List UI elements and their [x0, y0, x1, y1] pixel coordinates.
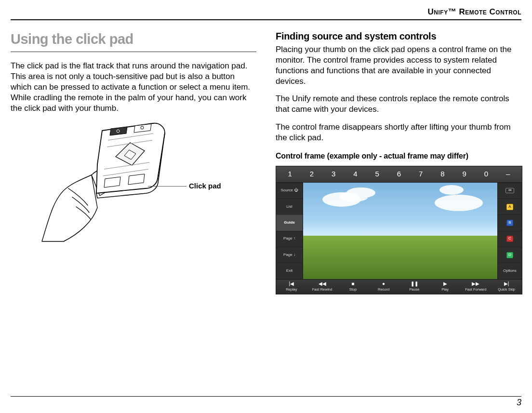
number-key: 9	[453, 168, 475, 180]
transport-icon: ●	[382, 281, 385, 286]
example-caption: Control frame (example only - actual fra…	[276, 151, 521, 161]
callout-label: Click pad	[189, 181, 221, 191]
right-menu-item: Options	[498, 263, 522, 279]
footer-rule	[11, 396, 521, 397]
transport-label: Quick Skip	[498, 287, 515, 292]
number-key: 3	[323, 168, 345, 180]
transport-icon: |◀	[289, 281, 294, 286]
transport-button: ◀◀Fast Rewind	[307, 280, 338, 294]
transport-icon: ▶|	[504, 281, 509, 286]
transport-label: Fast Rewind	[312, 287, 332, 292]
transport-row: |◀Replay◀◀Fast Rewind■Stop●Record❚❚Pause…	[276, 279, 522, 294]
left-column: Using the click pad The click pad is the…	[11, 30, 256, 294]
number-key: 6	[388, 168, 410, 180]
transport-button: ▶▶Fast Forward	[461, 280, 492, 294]
right-menu-item: B	[498, 214, 522, 230]
number-key: 0	[475, 168, 497, 180]
transport-label: Fast Forward	[465, 287, 486, 292]
transport-button: |◀Replay	[276, 280, 307, 294]
right-menu-item: A	[498, 199, 522, 214]
transport-label: Replay	[286, 287, 297, 292]
transport-button: ■Stop	[338, 280, 369, 294]
control-frame-middle: Source ⏻ListGuidePage ↑Page ↓Exit ⇔ABCDO…	[276, 183, 522, 279]
right-menu: ⇔ABCDOptions	[498, 183, 522, 279]
transport-icon: ▶	[443, 281, 447, 286]
color-key-icon: D	[506, 252, 513, 258]
hand-holding-remote-illustration	[40, 121, 179, 246]
number-key: 5	[366, 168, 388, 180]
left-menu-item: Page ↑	[276, 231, 303, 247]
click-pad-figure: Click pad	[11, 121, 256, 251]
right-column: Finding source and system controls Placi…	[276, 30, 521, 294]
right-menu-item: ⇔	[498, 183, 522, 199]
number-key: 2	[301, 168, 322, 180]
left-menu-item: Source ⏻	[276, 183, 303, 199]
transport-button: ❚❚Pause	[399, 280, 430, 294]
color-key-icon: B	[506, 220, 513, 226]
number-key: –	[497, 168, 519, 180]
transport-button: ●Record	[368, 280, 399, 294]
callout-line	[148, 186, 186, 187]
number-key: 8	[432, 168, 453, 180]
header-rule	[11, 19, 521, 20]
number-key: 7	[410, 168, 432, 180]
subheading: Finding source and system controls	[276, 30, 521, 43]
left-menu-item: List	[276, 199, 303, 214]
number-key: 1	[279, 168, 301, 180]
left-menu-item: Guide	[276, 214, 303, 230]
section-title: Using the click pad	[11, 30, 256, 49]
transport-button: ▶|Quick Skip	[491, 280, 522, 294]
right-menu-item: C	[498, 231, 522, 247]
transport-icon: ▶▶	[472, 281, 479, 286]
page-header: Unify™ Remote Control	[11, 7, 521, 18]
click-pad-description: The click pad is the flat track that run…	[11, 61, 256, 114]
right-menu-item: D	[498, 247, 522, 263]
control-frame-example: 1234567890– Source ⏻ListGuidePage ↑Page …	[276, 166, 522, 294]
transport-button: ▶Play	[430, 280, 461, 294]
left-menu-item: Exit	[276, 263, 303, 279]
transport-label: Stop	[349, 287, 357, 292]
transport-icon: ❚❚	[411, 281, 418, 286]
color-key-icon: C	[506, 236, 513, 242]
section-rule	[11, 52, 256, 52]
transport-icon: ◀◀	[319, 281, 326, 286]
aspect-ratio-icon: ⇔	[505, 188, 514, 193]
left-menu: Source ⏻ListGuidePage ↑Page ↓Exit	[276, 183, 303, 279]
number-row: 1234567890–	[276, 166, 522, 182]
color-key-icon: A	[506, 204, 513, 210]
transport-label: Pause	[409, 287, 419, 292]
content-columns: Using the click pad The click pad is the…	[11, 30, 521, 294]
number-key: 4	[345, 168, 366, 180]
left-menu-item: Page ↓	[276, 247, 303, 263]
page-number: 3	[517, 397, 521, 408]
video-preview	[303, 183, 498, 279]
para2: The Unify remote and these controls repl…	[276, 93, 521, 115]
transport-label: Play	[441, 287, 449, 292]
transport-label: Record	[378, 287, 389, 292]
para1: Placing your thumb on the click pad open…	[276, 44, 521, 87]
transport-icon: ■	[351, 281, 354, 286]
para3: The control frame disappears shortly aft…	[276, 122, 521, 143]
